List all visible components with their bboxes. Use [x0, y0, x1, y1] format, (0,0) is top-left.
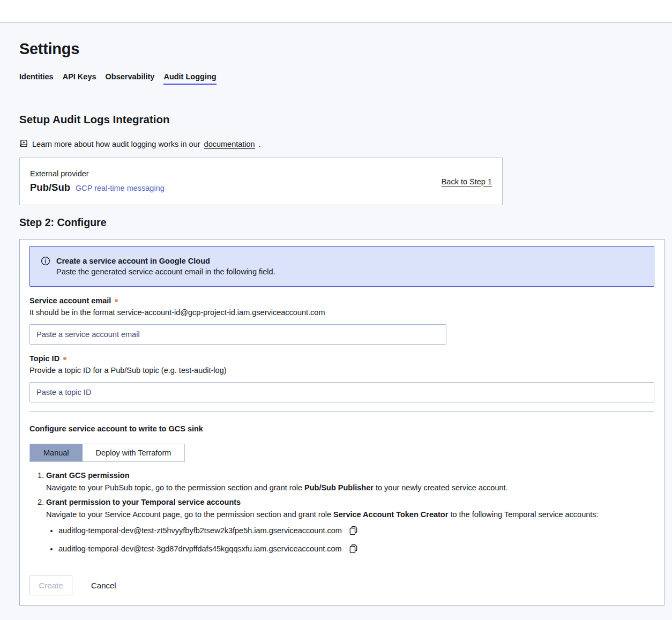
instruction-step-title: Grant GCS permission — [46, 469, 654, 482]
configure-gcs-label: Configure service account to write to GC… — [29, 424, 654, 433]
instruction-step-1: Grant GCS permission Navigate to your Pu… — [46, 469, 654, 494]
learn-more-text: Learn more about how audit logging works… — [32, 140, 200, 148]
instruction-step-body: Navigate to your PubSub topic, go to the… — [46, 482, 654, 494]
required-dot — [63, 357, 66, 360]
settings-tabs: Identities API Keys Observability Audit … — [19, 72, 664, 85]
required-dot — [115, 299, 118, 302]
settings-page: Settings Identities API Keys Observabili… — [0, 40, 672, 606]
service-account-email-input[interactable] — [29, 324, 446, 345]
setup-section-title: Setup Audit Logs Integration — [19, 113, 664, 126]
info-banner: Create a service account in Google Cloud… — [29, 246, 654, 287]
documentation-link[interactable]: documentation — [204, 140, 255, 148]
instruction-step-title: Grant permission to your Temporal servic… — [46, 496, 654, 509]
topic-id-hint: Provide a topic ID for a Pub/Sub topic (… — [29, 365, 654, 376]
copy-icon[interactable] — [349, 544, 358, 554]
configure-panel: Create a service account in Google Cloud… — [19, 239, 664, 606]
section-divider — [29, 411, 654, 412]
top-navigation-bar — [0, 0, 672, 23]
info-banner-description: Paste the generated service account emai… — [56, 266, 275, 277]
instruction-step-2: Grant permission to your Temporal servic… — [46, 496, 654, 554]
step-2-title: Step 2: Configure — [19, 216, 664, 229]
info-icon — [41, 256, 50, 268]
manual-instructions: Grant GCS permission Navigate to your Pu… — [29, 469, 654, 554]
tab-audit-logging[interactable]: Audit Logging — [163, 72, 216, 85]
book-icon — [19, 139, 28, 150]
form-actions: Create Cancel — [29, 576, 654, 595]
cancel-button[interactable]: Cancel — [91, 581, 116, 590]
create-button[interactable]: Create — [29, 576, 72, 595]
back-to-step-1-link[interactable]: Back to Step 1 — [442, 177, 492, 186]
service-account-email-label: Service account email — [29, 296, 654, 305]
info-banner-title: Create a service account in Google Cloud — [56, 256, 275, 266]
provider-label: External provider — [30, 169, 165, 178]
service-account-email: auditlog-temporal-dev@test-3gd87drvpffda… — [58, 543, 342, 554]
copy-icon[interactable] — [349, 526, 358, 535]
configure-mode-tabs: Manual Deploy with Terraform — [29, 444, 185, 462]
tab-api-keys[interactable]: API Keys — [63, 72, 96, 85]
service-account-email-hint: It should be in the format service-accou… — [29, 307, 654, 318]
provider-name: Pub/Sub — [30, 182, 70, 193]
info-banner-text: Create a service account in Google Cloud… — [56, 256, 275, 277]
tab-deploy-with-terraform[interactable]: Deploy with Terraform — [83, 444, 185, 461]
service-account-item: auditlog-temporal-dev@test-3gd87drvpffda… — [58, 543, 654, 554]
tab-manual[interactable]: Manual — [30, 444, 83, 461]
service-account-item: auditlog-temporal-dev@test-zt5hvyyfbyfb2… — [58, 525, 654, 536]
learn-more-note: Learn more about how audit logging works… — [19, 139, 664, 150]
provider-description: GCP real-time messaging — [76, 184, 165, 192]
topic-id-label: Topic ID — [29, 354, 654, 363]
tab-identities[interactable]: Identities — [19, 72, 54, 85]
page-title: Settings — [19, 40, 664, 58]
instruction-step-body: Navigate to your Service Account page, g… — [46, 509, 654, 521]
service-account-list: auditlog-temporal-dev@test-zt5hvyyfbyfb2… — [46, 525, 654, 554]
topic-id-input[interactable] — [29, 382, 654, 402]
tab-observability[interactable]: Observability — [106, 72, 155, 85]
external-provider-card: External provider Pub/Sub GCP real-time … — [19, 158, 503, 205]
service-account-email: auditlog-temporal-dev@test-zt5hvyyfbyfb2… — [58, 525, 342, 536]
provider-info: External provider Pub/Sub GCP real-time … — [30, 169, 165, 193]
learn-more-period: . — [259, 140, 261, 148]
